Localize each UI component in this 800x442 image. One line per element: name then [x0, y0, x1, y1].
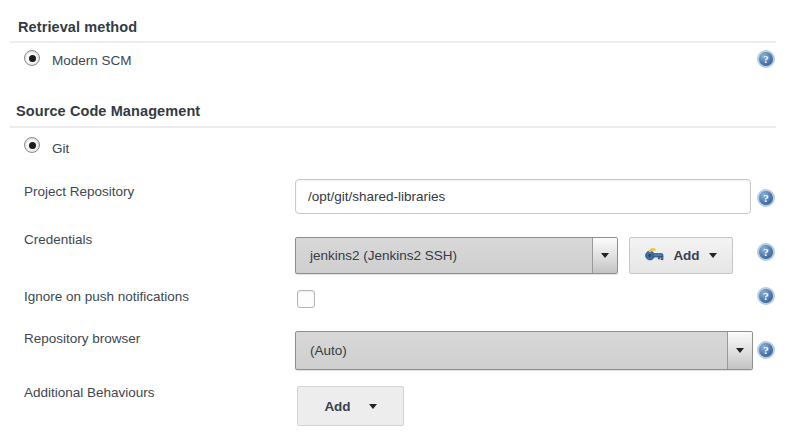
project-repository-input[interactable] [295, 179, 751, 214]
modern-scm-radio-label[interactable]: Modern SCM [52, 53, 132, 68]
help-icon[interactable]: ? [757, 50, 775, 68]
ignore-push-checkbox[interactable] [297, 290, 315, 308]
ignore-push-label: Ignore on push notifications [24, 289, 189, 304]
repository-browser-select[interactable]: (Auto) [295, 331, 753, 370]
credentials-label: Credentials [24, 232, 92, 247]
chevron-down-icon[interactable] [727, 332, 752, 369]
modern-scm-radio[interactable] [24, 50, 40, 66]
repository-browser-label: Repository browser [24, 331, 140, 346]
retrieval-method-heading: Retrieval method [18, 19, 137, 35]
help-icon[interactable]: ? [757, 243, 775, 261]
add-behaviour-button[interactable]: Add [297, 386, 404, 426]
help-icon[interactable]: ? [757, 189, 775, 207]
add-credentials-button-label: Add [673, 248, 699, 263]
additional-behaviours-label: Additional Behaviours [24, 385, 155, 400]
project-repository-label: Project Repository [24, 184, 134, 199]
section-divider [10, 126, 776, 128]
git-radio[interactable] [24, 137, 40, 153]
help-icon[interactable]: ? [757, 287, 775, 305]
key-icon [645, 248, 664, 264]
credentials-selected-option: jenkins2 (Jenkins2 SSH) [296, 238, 592, 273]
caret-down-icon [369, 404, 377, 409]
credentials-select[interactable]: jenkins2 (Jenkins2 SSH) [295, 237, 618, 274]
repository-browser-selected-option: (Auto) [296, 332, 727, 369]
scm-config-page: Retrieval method Modern SCM ? Source Cod… [0, 0, 800, 442]
chevron-down-icon[interactable] [592, 238, 617, 273]
git-radio-label[interactable]: Git [52, 141, 69, 156]
section-divider [10, 41, 776, 43]
help-icon[interactable]: ? [757, 341, 775, 359]
add-behaviour-button-label: Add [324, 399, 350, 414]
add-credentials-button[interactable]: Add [629, 237, 733, 274]
scm-heading: Source Code Management [16, 103, 200, 119]
caret-down-icon [709, 253, 717, 258]
